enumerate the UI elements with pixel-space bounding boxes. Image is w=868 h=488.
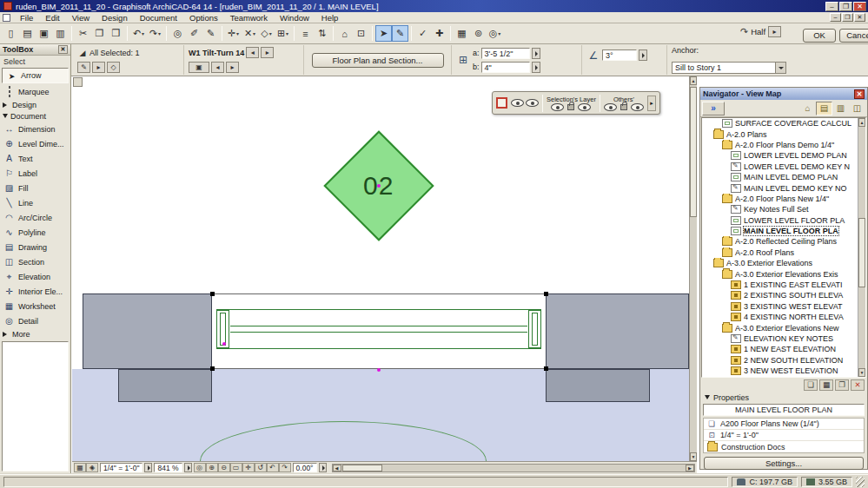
save-current-view-icon[interactable]: ▦: [819, 379, 833, 391]
next-element-icon[interactable]: [261, 47, 274, 58]
tree-scroll-thumb[interactable]: [858, 218, 865, 287]
arrow-tool[interactable]: Arrow: [2, 68, 69, 83]
scroll-thumb[interactable]: [342, 465, 382, 472]
toolbox-tool-detail[interactable]: ◎Detail: [0, 313, 70, 328]
snap-guide-icon[interactable]: ✕▾: [242, 25, 258, 42]
tree-item[interactable]: MAIN LEVEL FLOOR PLA: [702, 226, 858, 236]
others-hide-icon[interactable]: [631, 103, 644, 111]
project-chooser-button[interactable]: [702, 102, 725, 115]
toolbox-tool-drawing[interactable]: ▤Drawing: [0, 240, 70, 254]
dim-a-flyout-icon[interactable]: [532, 48, 540, 59]
menu-options[interactable]: Options: [183, 13, 224, 23]
toolbox-tool-text[interactable]: AText: [0, 151, 70, 166]
tree-item[interactable]: 4 EXISTING NORTH ELEVA: [702, 312, 858, 322]
menu-window[interactable]: Window: [274, 13, 315, 23]
navigator-close-icon[interactable]: [854, 89, 865, 99]
layer-settings-icon[interactable]: ⇅: [314, 25, 330, 42]
open-project-icon[interactable]: ▤: [19, 25, 36, 42]
new-document-icon[interactable]: ▯: [3, 25, 19, 42]
arrow-mode-icon[interactable]: ➤: [375, 25, 392, 42]
clone-folder-icon[interactable]: ❐: [835, 379, 849, 391]
menu-teamwork[interactable]: Teamwork: [224, 13, 274, 23]
rotation-field[interactable]: 0.00°: [293, 463, 317, 472]
trace-reference-icon[interactable]: ⊡: [353, 25, 369, 42]
document-group[interactable]: Document: [0, 110, 70, 122]
paste-icon[interactable]: ❒: [108, 25, 124, 42]
next-view-icon[interactable]: ↷: [279, 463, 291, 472]
selection-layer-show-icon[interactable]: [551, 103, 564, 111]
tree-item[interactable]: LOWER LEVEL DEMO KEY N: [702, 162, 858, 172]
tree-item[interactable]: LOWER LEVEL DEMO PLAN: [702, 150, 858, 161]
selection-layer-hide-icon[interactable]: [578, 103, 591, 111]
hide-layer-eye-icon[interactable]: [526, 99, 539, 107]
zoom-box-icon[interactable]: ▭: [230, 463, 242, 472]
tree-item[interactable]: A-2.0 Floor Plans New 1/4": [702, 194, 858, 204]
navigator-header[interactable]: Navigator - View Map: [700, 88, 867, 100]
minimize-button[interactable]: –: [825, 2, 838, 11]
redo-icon[interactable]: ↷▾: [147, 25, 163, 42]
others-show-icon[interactable]: [604, 103, 617, 111]
tree-item[interactable]: 2 EXISTING SOUTH ELEVA: [702, 290, 858, 300]
dim-b-flyout-icon[interactable]: [532, 62, 540, 73]
zoom-menu-icon[interactable]: ◎▾: [487, 25, 503, 42]
pet-palette-icon[interactable]: ◈: [86, 463, 98, 472]
publisher-icon[interactable]: ◫: [849, 102, 865, 115]
toolbox-tool-section[interactable]: ◫Section: [0, 254, 70, 269]
annotation-icon[interactable]: ✎: [392, 25, 408, 42]
scroll-right-icon[interactable]: [686, 465, 694, 472]
scroll-left-icon[interactable]: [333, 465, 341, 472]
vertical-scrollbar[interactable]: [689, 76, 697, 461]
window-hotspot[interactable]: [377, 368, 381, 372]
onion-skin-icon[interactable]: ▦: [454, 25, 470, 42]
show-layer-eye-icon[interactable]: [511, 99, 524, 107]
angle-flyout-icon[interactable]: [639, 49, 647, 61]
more-group[interactable]: More: [0, 328, 70, 340]
tree-item[interactable]: ELEVATION KEY NOTES: [702, 333, 858, 344]
tree-item[interactable]: A-2.0 Floor Plans Demo 1/4": [702, 140, 858, 150]
tree-scrollbar[interactable]: [858, 118, 865, 377]
anchor-select[interactable]: Sill to Story 1: [672, 62, 786, 74]
zoom-options-icon[interactable]: ◎: [194, 463, 206, 472]
scale-flyout-icon[interactable]: [144, 463, 152, 472]
tree-item[interactable]: 3 NEW WEST ELEVATION: [702, 366, 858, 376]
toolbox-close-icon[interactable]: [58, 45, 68, 54]
dim-a-field[interactable]: 3'-5 1/2": [481, 48, 530, 59]
zoom-field[interactable]: 841 %: [154, 463, 182, 472]
scroll-up-icon[interactable]: [690, 76, 697, 85]
settings-button[interactable]: Settings...: [704, 457, 864, 470]
scroll-down-icon[interactable]: [690, 452, 697, 461]
drawing-canvas[interactable]: 02 Selection's Layer: [72, 76, 689, 461]
print-icon[interactable]: ▥: [52, 25, 69, 42]
scroll-thumb[interactable]: [690, 87, 697, 217]
wall-left[interactable]: [83, 293, 212, 369]
menu-edit[interactable]: Edit: [39, 13, 65, 23]
tree-scroll-up-icon[interactable]: [858, 118, 865, 127]
toolbox-tool-elevation[interactable]: ⌖Elevation: [0, 269, 70, 284]
design-group[interactable]: Design: [0, 99, 70, 110]
suspend-groups-icon[interactable]: ✓: [414, 25, 431, 42]
close-button[interactable]: ✕: [853, 2, 866, 11]
others-lock-icon[interactable]: [620, 104, 627, 110]
orbit-icon[interactable]: ↺: [255, 463, 267, 472]
zoom-flyout-icon[interactable]: [184, 463, 192, 472]
delete-item-icon[interactable]: ✕: [851, 379, 865, 391]
tree-item[interactable]: A-2.0 Roof Plans: [702, 247, 858, 258]
edit-selection-icon[interactable]: [77, 62, 90, 73]
wall-right[interactable]: [546, 293, 689, 369]
tree-item[interactable]: LOWER LEVEL FLOOR PLA: [702, 215, 858, 226]
scroll-corner[interactable]: [73, 77, 83, 87]
project-map-icon[interactable]: ⌂: [799, 102, 816, 115]
ok-button[interactable]: OK: [803, 29, 836, 43]
undo-icon[interactable]: ↶▾: [130, 25, 147, 42]
new-folder-icon[interactable]: ❏: [804, 379, 818, 391]
tree-item[interactable]: Key Notes Full Set: [702, 204, 858, 214]
menu-help[interactable]: Help: [315, 13, 345, 23]
tree-item[interactable]: A-2.0 Reflected Ceiling Plans: [702, 236, 858, 247]
menu-file[interactable]: File: [14, 13, 39, 23]
toolbox-header[interactable]: ToolBox: [0, 44, 70, 56]
scale-field[interactable]: 1/4" = 1'-0": [100, 463, 142, 472]
copy-icon[interactable]: ❐: [91, 25, 108, 42]
selection-layer-lock-icon[interactable]: [567, 104, 574, 110]
page-back-icon[interactable]: [211, 62, 224, 73]
toolbox-tool-dimension[interactable]: ↔Dimension: [0, 122, 70, 136]
